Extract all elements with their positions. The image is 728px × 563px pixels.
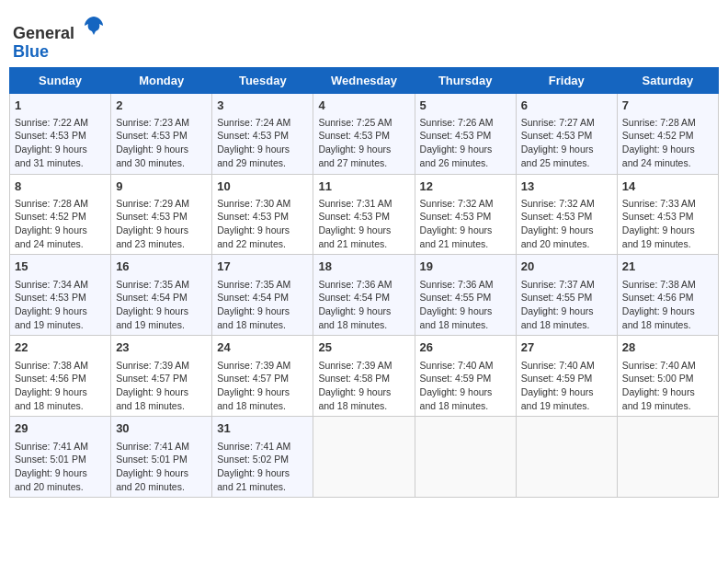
weekday-header-saturday: Saturday [617,67,718,93]
cell-info: Sunrise: 7:26 AM Sunset: 4:53 PM Dayligh… [420,117,495,168]
calendar-cell: 6Sunrise: 7:27 AM Sunset: 4:53 PM Daylig… [516,93,617,174]
cell-info: Sunrise: 7:28 AM Sunset: 4:52 PM Dayligh… [15,198,90,249]
logo-blue: Blue [13,42,49,61]
calendar-cell: 23Sunrise: 7:39 AM Sunset: 4:57 PM Dayli… [111,336,212,417]
calendar-cell: 19Sunrise: 7:36 AM Sunset: 4:55 PM Dayli… [415,255,516,336]
cell-info: Sunrise: 7:22 AM Sunset: 4:53 PM Dayligh… [15,117,90,168]
calendar-cell: 29Sunrise: 7:41 AM Sunset: 5:01 PM Dayli… [10,417,111,498]
calendar-table: SundayMondayTuesdayWednesdayThursdayFrid… [9,67,719,499]
calendar-cell: 11Sunrise: 7:31 AM Sunset: 4:53 PM Dayli… [313,174,415,255]
cell-info: Sunrise: 7:40 AM Sunset: 4:59 PM Dayligh… [420,360,495,411]
cell-info: Sunrise: 7:23 AM Sunset: 4:53 PM Dayligh… [116,117,191,168]
calendar-cell: 13Sunrise: 7:32 AM Sunset: 4:53 PM Dayli… [516,174,617,255]
calendar-cell: 15Sunrise: 7:34 AM Sunset: 4:53 PM Dayli… [10,255,111,336]
page-header: General Blue [9,9,719,62]
cell-info: Sunrise: 7:36 AM Sunset: 4:54 PM Dayligh… [318,279,393,330]
day-number: 23 [116,339,207,356]
cell-info: Sunrise: 7:41 AM Sunset: 5:01 PM Dayligh… [116,441,191,492]
cell-info: Sunrise: 7:32 AM Sunset: 4:53 PM Dayligh… [521,198,597,249]
logo-general: General [13,24,74,42]
cell-info: Sunrise: 7:40 AM Sunset: 5:00 PM Dayligh… [622,360,698,411]
day-number: 22 [15,339,106,356]
calendar-cell: 7Sunrise: 7:28 AM Sunset: 4:52 PM Daylig… [617,93,718,174]
calendar-cell: 5Sunrise: 7:26 AM Sunset: 4:53 PM Daylig… [415,93,516,174]
weekday-header-wednesday: Wednesday [313,67,415,93]
weekday-header-row: SundayMondayTuesdayWednesdayThursdayFrid… [10,67,719,93]
calendar-cell: 20Sunrise: 7:37 AM Sunset: 4:55 PM Dayli… [516,255,617,336]
calendar-week-row: 22Sunrise: 7:38 AM Sunset: 4:56 PM Dayli… [10,336,719,417]
day-number: 28 [622,339,713,356]
weekday-header-thursday: Thursday [415,67,516,93]
cell-info: Sunrise: 7:35 AM Sunset: 4:54 PM Dayligh… [116,279,191,330]
cell-info: Sunrise: 7:30 AM Sunset: 4:53 PM Dayligh… [217,198,292,249]
calendar-cell: 4Sunrise: 7:25 AM Sunset: 4:53 PM Daylig… [313,93,415,174]
day-number: 1 [15,98,106,114]
cell-info: Sunrise: 7:28 AM Sunset: 4:52 PM Dayligh… [622,117,698,168]
cell-info: Sunrise: 7:29 AM Sunset: 4:53 PM Dayligh… [116,198,191,249]
cell-info: Sunrise: 7:33 AM Sunset: 4:53 PM Dayligh… [622,198,698,249]
calendar-cell [415,417,516,498]
calendar-cell: 27Sunrise: 7:40 AM Sunset: 4:59 PM Dayli… [516,336,617,417]
day-number: 25 [318,339,409,356]
day-number: 17 [217,259,308,275]
day-number: 7 [622,98,713,114]
day-number: 16 [116,259,207,275]
calendar-cell: 14Sunrise: 7:33 AM Sunset: 4:53 PM Dayli… [617,174,718,255]
day-number: 3 [217,98,308,114]
weekday-header-friday: Friday [516,67,617,93]
cell-info: Sunrise: 7:39 AM Sunset: 4:57 PM Dayligh… [116,360,191,411]
day-number: 9 [116,178,207,195]
calendar-cell: 25Sunrise: 7:39 AM Sunset: 4:58 PM Dayli… [313,336,415,417]
calendar-cell: 9Sunrise: 7:29 AM Sunset: 4:53 PM Daylig… [111,174,212,255]
cell-info: Sunrise: 7:39 AM Sunset: 4:57 PM Dayligh… [217,360,292,411]
cell-info: Sunrise: 7:32 AM Sunset: 4:53 PM Dayligh… [420,198,495,249]
calendar-cell: 31Sunrise: 7:41 AM Sunset: 5:02 PM Dayli… [212,417,313,498]
day-number: 2 [116,98,207,114]
calendar-cell [313,417,415,498]
day-number: 29 [15,420,106,437]
day-number: 27 [521,339,612,356]
cell-info: Sunrise: 7:41 AM Sunset: 5:01 PM Dayligh… [15,441,90,492]
calendar-cell: 24Sunrise: 7:39 AM Sunset: 4:57 PM Dayli… [212,336,313,417]
cell-info: Sunrise: 7:35 AM Sunset: 4:54 PM Dayligh… [217,279,292,330]
calendar-week-row: 1Sunrise: 7:22 AM Sunset: 4:53 PM Daylig… [10,93,719,174]
cell-info: Sunrise: 7:24 AM Sunset: 4:53 PM Dayligh… [217,117,292,168]
day-number: 4 [318,98,409,114]
calendar-cell: 2Sunrise: 7:23 AM Sunset: 4:53 PM Daylig… [111,93,212,174]
calendar-cell: 16Sunrise: 7:35 AM Sunset: 4:54 PM Dayli… [111,255,212,336]
calendar-week-row: 29Sunrise: 7:41 AM Sunset: 5:01 PM Dayli… [10,417,719,498]
calendar-cell: 22Sunrise: 7:38 AM Sunset: 4:56 PM Dayli… [10,336,111,417]
cell-info: Sunrise: 7:39 AM Sunset: 4:58 PM Dayligh… [318,360,393,411]
cell-info: Sunrise: 7:27 AM Sunset: 4:53 PM Dayligh… [521,117,597,168]
cell-info: Sunrise: 7:38 AM Sunset: 4:56 PM Dayligh… [622,279,698,330]
day-number: 12 [420,178,511,195]
day-number: 5 [420,98,511,114]
day-number: 14 [622,178,713,195]
day-number: 21 [622,259,713,275]
calendar-cell [516,417,617,498]
day-number: 6 [521,98,612,114]
calendar-cell: 30Sunrise: 7:41 AM Sunset: 5:01 PM Dayli… [111,417,212,498]
cell-info: Sunrise: 7:37 AM Sunset: 4:55 PM Dayligh… [521,279,597,330]
weekday-header-monday: Monday [111,67,212,93]
weekday-header-tuesday: Tuesday [212,67,313,93]
calendar-cell: 8Sunrise: 7:28 AM Sunset: 4:52 PM Daylig… [10,174,111,255]
logo: General Blue [13,13,107,62]
cell-info: Sunrise: 7:34 AM Sunset: 4:53 PM Dayligh… [15,279,90,330]
day-number: 11 [318,178,409,195]
calendar-cell: 21Sunrise: 7:38 AM Sunset: 4:56 PM Dayli… [617,255,718,336]
day-number: 31 [217,420,308,437]
calendar-cell: 26Sunrise: 7:40 AM Sunset: 4:59 PM Dayli… [415,336,516,417]
day-number: 15 [15,259,106,275]
calendar-cell [617,417,718,498]
day-number: 26 [420,339,511,356]
day-number: 20 [521,259,612,275]
calendar-cell: 17Sunrise: 7:35 AM Sunset: 4:54 PM Dayli… [212,255,313,336]
calendar-week-row: 8Sunrise: 7:28 AM Sunset: 4:52 PM Daylig… [10,174,719,255]
day-number: 19 [420,259,511,275]
cell-info: Sunrise: 7:31 AM Sunset: 4:53 PM Dayligh… [318,198,393,249]
cell-info: Sunrise: 7:41 AM Sunset: 5:02 PM Dayligh… [217,441,292,492]
day-number: 10 [217,178,308,195]
calendar-cell: 18Sunrise: 7:36 AM Sunset: 4:54 PM Dayli… [313,255,415,336]
day-number: 8 [15,178,106,195]
